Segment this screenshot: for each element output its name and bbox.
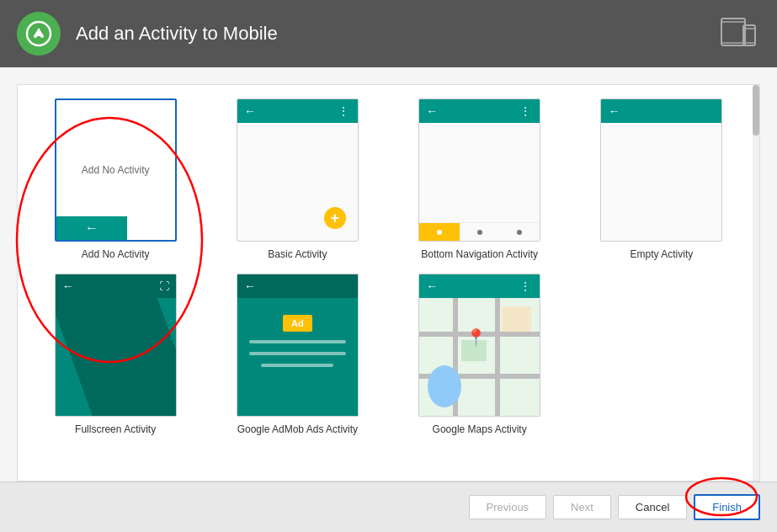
- admob-label: Google AdMob Ads Activity: [237, 423, 358, 435]
- basic-fab: +: [324, 207, 346, 229]
- no-activity-back-arrow: ←: [56, 216, 128, 240]
- activity-item-fullscreen[interactable]: ← ⛶ Fullscreen Activity: [31, 274, 200, 435]
- main-content: Add No Activity ← Add No Activity ← ⋮ + …: [0, 67, 777, 481]
- fullscreen-label: Fullscreen Activity: [75, 423, 156, 435]
- activity-item-admob[interactable]: ← Ad Google AdMob Ads Activity: [213, 274, 381, 435]
- maps-body: 📍: [419, 298, 540, 416]
- scrollbar-thumb[interactable]: [753, 85, 759, 136]
- bottom-nav-preview: ← ⋮: [418, 98, 540, 242]
- basic-body: +: [237, 123, 358, 241]
- scrollbar-track[interactable]: [753, 85, 759, 481]
- activity-item-bottom-nav[interactable]: ← ⋮: [396, 98, 564, 260]
- activity-item-basic[interactable]: ← ⋮ + Basic Activity: [213, 98, 381, 260]
- no-activity-preview: Add No Activity ←: [55, 98, 177, 242]
- device-icon: [720, 15, 757, 52]
- bottom-nav-topbar: ← ⋮: [419, 99, 540, 123]
- finish-button[interactable]: Finish: [694, 494, 760, 520]
- no-activity-label: Add No Activity: [82, 248, 150, 260]
- previous-button[interactable]: Previous: [469, 495, 547, 519]
- header: Add an Activity to Mobile: [0, 0, 777, 67]
- cancel-button[interactable]: Cancel: [618, 495, 687, 519]
- empty-activity-preview: ←: [600, 98, 722, 242]
- maps-label: Google Maps Activity: [433, 423, 527, 435]
- fullscreen-preview: ← ⛶: [55, 274, 177, 417]
- bottom-nav-bar: [419, 222, 540, 241]
- header-title: Add an Activity to Mobile: [76, 23, 278, 45]
- android-studio-logo: [17, 12, 61, 56]
- empty-body: [601, 123, 721, 241]
- basic-activity-label: Basic Activity: [268, 248, 327, 260]
- maps-preview: ← ⋮ 📍: [418, 274, 540, 417]
- svg-rect-3: [721, 19, 745, 45]
- map-pin: 📍: [466, 327, 487, 348]
- admob-topbar: ←: [237, 274, 358, 298]
- bottom-nav-body: [419, 123, 540, 241]
- admob-preview: ← Ad: [237, 274, 359, 417]
- svg-point-2: [40, 35, 44, 38]
- footer: Previous Next Cancel Finish: [0, 481, 777, 532]
- ad-badge: Ad: [283, 315, 312, 332]
- basic-topbar: ← ⋮: [237, 99, 358, 123]
- activity-grid[interactable]: Add No Activity ← Add No Activity ← ⋮ + …: [17, 84, 760, 481]
- app-window: Add an Activity to Mobile: [0, 0, 777, 532]
- activity-item-no-activity[interactable]: Add No Activity ← Add No Activity: [31, 98, 200, 260]
- svg-point-1: [34, 35, 37, 38]
- activity-item-maps[interactable]: ← ⋮ 📍 Google Maps Act: [396, 274, 564, 435]
- basic-activity-preview: ← ⋮ +: [237, 98, 359, 242]
- next-button[interactable]: Next: [553, 495, 611, 519]
- bottom-nav-label: Bottom Navigation Activity: [421, 248, 538, 260]
- no-activity-text: Add No Activity: [56, 164, 175, 176]
- maps-topbar: ← ⋮: [419, 274, 540, 298]
- activity-item-empty[interactable]: ← Empty Activity: [577, 98, 746, 260]
- empty-topbar: ←: [601, 99, 721, 123]
- empty-activity-label: Empty Activity: [631, 248, 694, 260]
